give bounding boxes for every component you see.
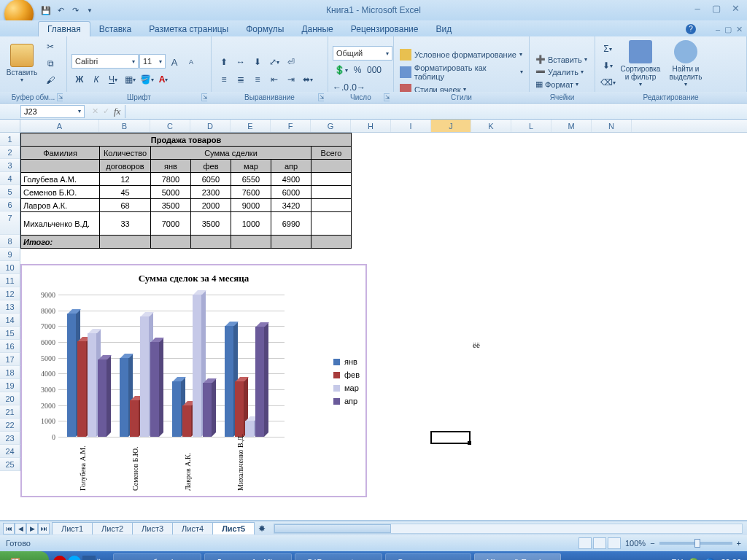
fill-color-icon[interactable]: 🪣▾ bbox=[139, 71, 155, 88]
autosum-icon[interactable]: Σ▾ bbox=[600, 41, 616, 57]
italic-button[interactable]: К bbox=[88, 71, 104, 88]
formula-input[interactable] bbox=[125, 105, 747, 118]
row-header[interactable]: 14 bbox=[0, 314, 20, 327]
taskbar-item[interactable]: ▫Документ1 - Micr... bbox=[204, 553, 292, 560]
tab-nav-next-icon[interactable]: ▶ bbox=[26, 523, 38, 534]
merge-center-icon[interactable]: ⬌▾ bbox=[300, 71, 316, 88]
font-name-select[interactable]: Calibri▾ bbox=[71, 54, 139, 69]
maximize-button[interactable]: ▢ bbox=[709, 3, 724, 14]
row-header[interactable]: 23 bbox=[0, 432, 20, 445]
format-cells-button[interactable]: ▦Формат▾ bbox=[534, 79, 580, 90]
ql-skype-icon[interactable] bbox=[68, 556, 81, 560]
ql-word-icon[interactable] bbox=[82, 556, 96, 560]
row-header[interactable]: 21 bbox=[0, 405, 20, 419]
close-button[interactable]: ✕ bbox=[728, 3, 743, 14]
copy-icon[interactable]: ⧉ bbox=[42, 55, 58, 71]
zoom-level[interactable]: 100% bbox=[625, 539, 646, 548]
tray-icon[interactable]: 🔵 bbox=[705, 558, 715, 561]
row-header[interactable]: 13 bbox=[0, 300, 20, 314]
ql-more-icon[interactable]: » bbox=[97, 556, 110, 560]
doc-minimize-button[interactable]: – bbox=[716, 25, 720, 34]
row-header[interactable]: 16 bbox=[0, 340, 20, 353]
row-header[interactable]: 2 bbox=[0, 146, 20, 159]
tab-view[interactable]: Вид bbox=[427, 22, 460, 36]
help-icon[interactable]: ? bbox=[686, 24, 696, 34]
fill-icon[interactable]: ⬇▾ bbox=[600, 58, 616, 74]
tab-data[interactable]: Данные bbox=[293, 22, 341, 36]
redo-icon[interactable]: ↷ bbox=[69, 4, 82, 17]
underline-button[interactable]: Ч▾ bbox=[105, 71, 121, 88]
decrease-indent-icon[interactable]: ⇤ bbox=[266, 71, 282, 88]
number-format-select[interactable]: Общий▾ bbox=[333, 46, 392, 61]
format-as-table-button[interactable]: Форматировать как таблицу▾ bbox=[398, 63, 525, 82]
start-button[interactable]: 🪟 пуск bbox=[0, 551, 49, 560]
cut-icon[interactable]: ✂ bbox=[42, 39, 58, 55]
row-header[interactable]: 7 bbox=[0, 211, 20, 235]
taskbar-item[interactable]: ▫уч пособие.docx ... bbox=[113, 553, 201, 560]
wrap-text-icon[interactable]: ⏎ bbox=[283, 54, 299, 70]
taskbar-item[interactable]: ▫Основные понят... bbox=[385, 553, 471, 560]
embedded-chart[interactable]: Сумма сделок за 4 месяца 010002000300040… bbox=[20, 264, 367, 497]
tab-nav-first-icon[interactable]: ⏮ bbox=[3, 523, 15, 534]
row-header[interactable]: 5 bbox=[0, 185, 20, 198]
sheet-tab[interactable]: Лист5 bbox=[212, 522, 255, 534]
row-header[interactable]: 4 bbox=[0, 172, 20, 185]
fx-icon[interactable]: fx bbox=[114, 106, 120, 117]
tab-review[interactable]: Рецензирование bbox=[342, 22, 427, 36]
currency-icon[interactable]: 💲▾ bbox=[333, 62, 349, 78]
row-header[interactable]: 24 bbox=[0, 445, 20, 458]
row-header[interactable]: 25 bbox=[0, 458, 20, 471]
row-header[interactable]: 10 bbox=[0, 261, 20, 274]
zoom-out-button[interactable]: − bbox=[650, 539, 654, 548]
tab-nav-prev-icon[interactable]: ◀ bbox=[15, 523, 26, 534]
doc-close-button[interactable]: ✕ bbox=[736, 25, 743, 34]
comma-icon[interactable]: 000 bbox=[366, 62, 382, 78]
enter-formula-icon[interactable]: ✓ bbox=[103, 106, 109, 116]
align-top-icon[interactable]: ⬆ bbox=[216, 54, 232, 70]
row-header[interactable]: 19 bbox=[0, 379, 20, 392]
ql-opera-icon[interactable] bbox=[53, 556, 66, 560]
sheet-tab[interactable]: Лист1 bbox=[52, 522, 93, 534]
align-left-icon[interactable]: ≡ bbox=[216, 71, 232, 88]
font-size-select[interactable]: 11▾ bbox=[139, 54, 166, 69]
align-right-icon[interactable]: ≡ bbox=[249, 71, 266, 88]
sheet-tab[interactable]: Лист3 bbox=[132, 522, 173, 534]
row-header[interactable]: 6 bbox=[0, 198, 20, 211]
select-all-corner[interactable] bbox=[0, 120, 20, 132]
row-header[interactable]: 20 bbox=[0, 392, 20, 405]
horizontal-scrollbar[interactable] bbox=[274, 524, 743, 534]
qat-customize-icon[interactable]: ▼ bbox=[83, 4, 96, 17]
paste-button[interactable]: Вставить ▾ bbox=[4, 39, 39, 88]
orientation-icon[interactable]: ⤢▾ bbox=[266, 54, 282, 70]
row-header[interactable]: 11 bbox=[0, 274, 20, 287]
row-headers[interactable]: 1234567891011121314151617181920212223242… bbox=[0, 133, 20, 471]
taskbar-item[interactable]: ▫C:\Documents an... bbox=[295, 553, 382, 560]
tab-layout[interactable]: Разметка страницы bbox=[140, 22, 237, 36]
undo-icon[interactable]: ↶ bbox=[54, 4, 67, 17]
align-bottom-icon[interactable]: ⬇ bbox=[249, 54, 266, 70]
taskbar-item[interactable]: ▫Microsoft Excel - ... bbox=[474, 553, 561, 560]
align-center-icon[interactable]: ≣ bbox=[233, 71, 249, 88]
name-box[interactable]: J23▾ bbox=[20, 105, 85, 118]
row-header[interactable]: 12 bbox=[0, 287, 20, 300]
view-buttons[interactable] bbox=[578, 537, 621, 549]
worksheet-grid[interactable]: A B CDEFGHIJKLMN 12345678910111213141516… bbox=[0, 120, 747, 521]
row-header[interactable]: 17 bbox=[0, 353, 20, 366]
row-header[interactable]: 3 bbox=[0, 159, 20, 172]
sort-filter-button[interactable]: Сортировка и фильтр▾ bbox=[619, 39, 662, 88]
percent-icon[interactable]: % bbox=[349, 62, 365, 78]
clear-icon[interactable]: ⌫▾ bbox=[600, 74, 616, 90]
shrink-font-icon[interactable]: A bbox=[183, 54, 199, 70]
grow-font-icon[interactable]: A bbox=[166, 54, 182, 70]
cancel-formula-icon[interactable]: ✕ bbox=[92, 106, 98, 116]
tab-nav-last-icon[interactable]: ⏭ bbox=[38, 523, 50, 534]
format-painter-icon[interactable]: 🖌 bbox=[42, 72, 58, 88]
borders-icon[interactable]: ▦▾ bbox=[122, 71, 138, 88]
tray-icon[interactable]: 🟢 bbox=[689, 558, 699, 561]
row-header[interactable]: 22 bbox=[0, 419, 20, 432]
delete-cells-button[interactable]: ➖Удалить▾ bbox=[534, 66, 585, 77]
tab-formulas[interactable]: Формулы bbox=[237, 22, 293, 36]
save-icon[interactable]: 💾 bbox=[39, 4, 53, 17]
column-headers[interactable]: A B CDEFGHIJKLMN bbox=[0, 120, 747, 133]
zoom-slider[interactable] bbox=[659, 542, 732, 545]
